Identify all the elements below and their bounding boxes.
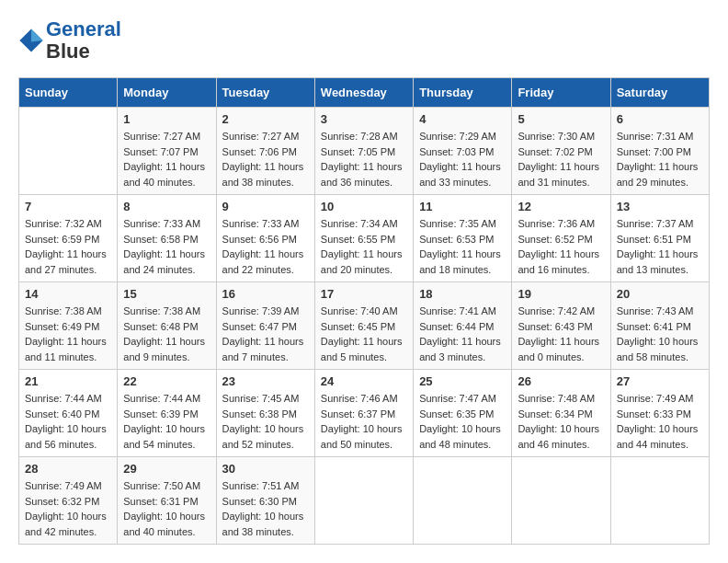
calendar-cell [512, 457, 610, 545]
logo-text: GeneralBlue [46, 18, 121, 63]
day-number: 22 [123, 374, 210, 388]
day-number: 14 [25, 287, 111, 301]
day-header-friday: Friday [512, 78, 610, 108]
sunrise-text: Sunrise: 7:48 AM [518, 393, 595, 404]
sunset-text: Sunset: 6:30 PM [222, 496, 297, 507]
daylight-text: Daylight: 11 hours and 31 minutes. [518, 161, 599, 188]
sunrise-text: Sunrise: 7:33 AM [123, 218, 200, 229]
sunset-text: Sunset: 6:47 PM [222, 321, 297, 332]
calendar-week-row: 7 Sunrise: 7:32 AM Sunset: 6:59 PM Dayli… [19, 195, 710, 282]
calendar-cell: 4 Sunrise: 7:29 AM Sunset: 7:03 PM Dayli… [414, 108, 512, 195]
day-detail: Sunrise: 7:27 AM Sunset: 7:06 PM Dayligh… [222, 129, 309, 190]
day-detail: Sunrise: 7:43 AM Sunset: 6:41 PM Dayligh… [617, 304, 703, 364]
sunrise-text: Sunrise: 7:28 AM [321, 131, 398, 142]
day-number: 28 [25, 462, 111, 476]
daylight-text: Daylight: 11 hours and 40 minutes. [123, 161, 205, 188]
sunrise-text: Sunrise: 7:42 AM [518, 305, 595, 316]
daylight-text: Daylight: 11 hours and 22 minutes. [222, 248, 304, 275]
day-number: 29 [123, 462, 210, 476]
day-detail: Sunrise: 7:44 AM Sunset: 6:39 PM Dayligh… [123, 391, 210, 452]
day-header-thursday: Thursday [414, 78, 512, 108]
day-detail: Sunrise: 7:46 AM Sunset: 6:37 PM Dayligh… [321, 391, 407, 452]
sunset-text: Sunset: 6:43 PM [518, 321, 592, 332]
calendar-cell: 10 Sunrise: 7:34 AM Sunset: 6:55 PM Dayl… [314, 195, 413, 282]
daylight-text: Daylight: 11 hours and 29 minutes. [617, 161, 699, 188]
sunrise-text: Sunrise: 7:29 AM [419, 131, 496, 142]
day-number: 5 [518, 112, 604, 126]
sunrise-text: Sunrise: 7:49 AM [617, 393, 694, 404]
sunset-text: Sunset: 6:52 PM [518, 234, 592, 245]
daylight-text: Daylight: 10 hours and 52 minutes. [222, 423, 304, 450]
sunrise-text: Sunrise: 7:37 AM [617, 218, 694, 229]
sunrise-text: Sunrise: 7:51 AM [222, 480, 300, 491]
sunset-text: Sunset: 6:58 PM [123, 234, 198, 245]
sunset-text: Sunset: 6:48 PM [123, 321, 198, 332]
sunset-text: Sunset: 6:32 PM [25, 496, 99, 507]
daylight-text: Daylight: 11 hours and 11 minutes. [25, 336, 107, 362]
sunset-text: Sunset: 6:44 PM [419, 321, 494, 332]
sunrise-text: Sunrise: 7:33 AM [222, 218, 300, 229]
day-header-saturday: Saturday [610, 78, 709, 108]
calendar-cell: 14 Sunrise: 7:38 AM Sunset: 6:49 PM Dayl… [19, 282, 118, 370]
day-number: 15 [123, 287, 210, 301]
day-number: 21 [25, 374, 111, 388]
day-number: 9 [222, 200, 309, 213]
day-number: 18 [419, 287, 506, 301]
daylight-text: Daylight: 11 hours and 18 minutes. [419, 248, 501, 275]
daylight-text: Daylight: 11 hours and 13 minutes. [617, 248, 699, 275]
calendar-cell: 21 Sunrise: 7:44 AM Sunset: 6:40 PM Dayl… [19, 370, 118, 457]
sunrise-text: Sunrise: 7:30 AM [518, 131, 595, 142]
day-detail: Sunrise: 7:33 AM Sunset: 6:56 PM Dayligh… [222, 216, 309, 277]
sunrise-text: Sunrise: 7:27 AM [222, 131, 300, 142]
calendar-cell: 19 Sunrise: 7:42 AM Sunset: 6:43 PM Dayl… [512, 282, 610, 370]
daylight-text: Daylight: 10 hours and 44 minutes. [617, 423, 699, 450]
sunset-text: Sunset: 7:00 PM [617, 146, 691, 157]
calendar-cell: 9 Sunrise: 7:33 AM Sunset: 6:56 PM Dayli… [216, 195, 314, 282]
calendar-cell: 27 Sunrise: 7:49 AM Sunset: 6:33 PM Dayl… [610, 370, 709, 457]
daylight-text: Daylight: 11 hours and 20 minutes. [321, 248, 403, 275]
calendar-cell: 30 Sunrise: 7:51 AM Sunset: 6:30 PM Dayl… [216, 457, 314, 545]
calendar-cell: 7 Sunrise: 7:32 AM Sunset: 6:59 PM Dayli… [19, 195, 118, 282]
calendar-cell: 24 Sunrise: 7:46 AM Sunset: 6:37 PM Dayl… [314, 370, 413, 457]
calendar-cell: 2 Sunrise: 7:27 AM Sunset: 7:06 PM Dayli… [216, 108, 314, 195]
day-number: 1 [123, 112, 210, 126]
day-detail: Sunrise: 7:45 AM Sunset: 6:38 PM Dayligh… [222, 391, 309, 452]
sunset-text: Sunset: 6:51 PM [617, 234, 691, 245]
sunrise-text: Sunrise: 7:40 AM [321, 305, 398, 316]
day-detail: Sunrise: 7:50 AM Sunset: 6:31 PM Dayligh… [123, 478, 210, 539]
sunset-text: Sunset: 7:03 PM [419, 146, 494, 157]
day-header-wednesday: Wednesday [314, 78, 413, 108]
day-detail: Sunrise: 7:32 AM Sunset: 6:59 PM Dayligh… [25, 216, 111, 277]
day-number: 7 [25, 200, 111, 213]
day-detail: Sunrise: 7:38 AM Sunset: 6:49 PM Dayligh… [25, 304, 111, 364]
sunrise-text: Sunrise: 7:39 AM [222, 305, 300, 316]
sunset-text: Sunset: 7:05 PM [321, 146, 395, 157]
daylight-text: Daylight: 11 hours and 0 minutes. [518, 336, 599, 362]
calendar-cell: 8 Sunrise: 7:33 AM Sunset: 6:58 PM Dayli… [118, 195, 216, 282]
day-number: 6 [617, 112, 703, 126]
daylight-text: Daylight: 10 hours and 38 minutes. [222, 511, 304, 537]
day-detail: Sunrise: 7:49 AM Sunset: 6:32 PM Dayligh… [25, 478, 111, 539]
svg-marker-1 [31, 29, 43, 42]
sunset-text: Sunset: 6:35 PM [419, 408, 494, 419]
sunrise-text: Sunrise: 7:36 AM [518, 218, 595, 229]
calendar-header-row: SundayMondayTuesdayWednesdayThursdayFrid… [19, 78, 710, 108]
sunset-text: Sunset: 6:31 PM [123, 496, 198, 507]
day-detail: Sunrise: 7:41 AM Sunset: 6:44 PM Dayligh… [419, 304, 506, 364]
calendar-cell: 20 Sunrise: 7:43 AM Sunset: 6:41 PM Dayl… [610, 282, 709, 370]
day-header-sunday: Sunday [19, 78, 118, 108]
sunrise-text: Sunrise: 7:41 AM [419, 305, 496, 316]
calendar-cell: 13 Sunrise: 7:37 AM Sunset: 6:51 PM Dayl… [610, 195, 709, 282]
day-number: 12 [518, 200, 604, 213]
day-detail: Sunrise: 7:36 AM Sunset: 6:52 PM Dayligh… [518, 216, 604, 277]
day-number: 10 [321, 200, 407, 213]
calendar-cell [414, 457, 512, 545]
sunset-text: Sunset: 7:07 PM [123, 146, 198, 157]
sunrise-text: Sunrise: 7:47 AM [419, 393, 496, 404]
sunrise-text: Sunrise: 7:27 AM [123, 131, 200, 142]
daylight-text: Daylight: 11 hours and 9 minutes. [123, 336, 205, 362]
sunrise-text: Sunrise: 7:32 AM [25, 218, 102, 229]
calendar-cell: 11 Sunrise: 7:35 AM Sunset: 6:53 PM Dayl… [414, 195, 512, 282]
calendar-cell [610, 457, 709, 545]
sunset-text: Sunset: 6:59 PM [25, 234, 99, 245]
